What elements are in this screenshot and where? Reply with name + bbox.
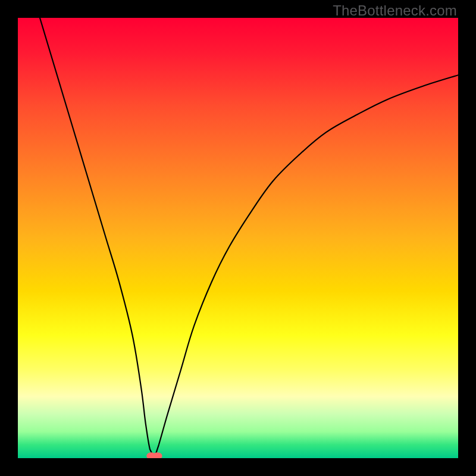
gradient-background: [18, 18, 458, 458]
bottleneck-chart: [18, 18, 458, 458]
watermark-text: TheBottleneck.com: [333, 2, 457, 19]
plot-frame: [18, 18, 458, 458]
minimum-markers: [146, 452, 162, 458]
